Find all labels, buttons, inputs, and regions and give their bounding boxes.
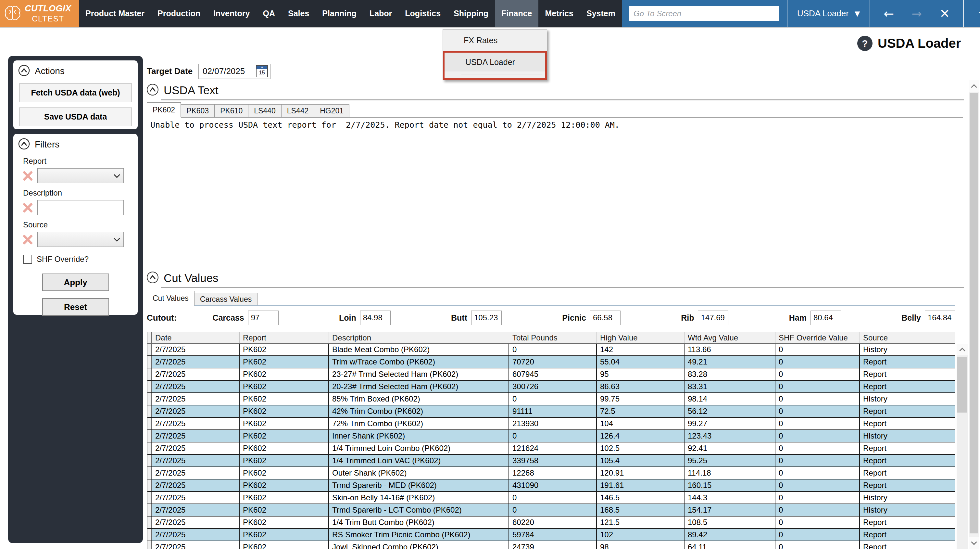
grid-row-selector[interactable] xyxy=(148,455,152,466)
close-button[interactable]: ✕ xyxy=(931,6,959,21)
grid-row-selector[interactable] xyxy=(148,479,152,491)
nav-item-sales[interactable]: Sales xyxy=(282,0,316,27)
grid-vertical-scrollbar[interactable] xyxy=(957,344,968,549)
cutout-field-input-belly[interactable]: 164.84 xyxy=(925,311,955,325)
calendar-icon[interactable]: 15 xyxy=(256,65,268,77)
collapse-filters-icon[interactable] xyxy=(18,138,30,152)
table-row[interactable]: 2/7/2025PK60223-27# Trmd Selected Ham (P… xyxy=(148,369,955,381)
filter-select-source[interactable] xyxy=(37,232,124,247)
collapse-cut-values-icon[interactable] xyxy=(146,271,159,285)
grid-column-header-total-pounds[interactable]: Total Pounds xyxy=(509,332,597,343)
apply-button[interactable]: Apply xyxy=(42,273,109,291)
grid-row-selector[interactable] xyxy=(148,492,152,504)
table-row[interactable]: 2/7/2025PK602Blade Meat Combo (PK602)014… xyxy=(148,344,955,356)
forward-button[interactable]: → xyxy=(903,6,931,21)
page-scrollbar-thumb[interactable] xyxy=(970,93,978,533)
grid-column-header-high-value[interactable]: High Value xyxy=(597,332,684,343)
collapse-actions-icon[interactable] xyxy=(18,64,30,78)
menu-item-usda-loader[interactable]: USDA Loader xyxy=(445,53,545,72)
grid-row-selector[interactable] xyxy=(148,393,152,405)
grid-row-selector[interactable] xyxy=(148,541,152,549)
page-vertical-scrollbar[interactable] xyxy=(969,80,979,549)
grid-row-selector[interactable] xyxy=(148,504,152,516)
cutout-field-input-carcass[interactable]: 97 xyxy=(248,311,278,325)
table-row[interactable]: 2/7/2025PK60242% Trim Combo (PK602)91111… xyxy=(148,405,955,418)
table-row[interactable]: 2/7/2025PK6021/4 Trimmed Loin VAC (PK602… xyxy=(148,455,955,467)
nav-item-finance[interactable]: Finance xyxy=(495,0,538,27)
grid-column-header-date[interactable]: Date xyxy=(152,332,240,343)
clear-filter-icon[interactable] xyxy=(21,169,35,183)
grid-row-selector[interactable] xyxy=(148,529,152,541)
usda-tab-ls442[interactable]: LS442 xyxy=(281,104,315,118)
back-button[interactable]: ← xyxy=(875,6,903,21)
save-usda-data-button[interactable]: Save USDA data xyxy=(19,107,132,126)
nav-item-inventory[interactable]: Inventory xyxy=(207,0,256,27)
cutout-field-input-ham[interactable]: 80.64 xyxy=(810,311,841,325)
clear-filter-icon[interactable] xyxy=(21,200,35,215)
usda-tab-pk610[interactable]: PK610 xyxy=(214,104,248,118)
grid-column-header-report[interactable]: Report xyxy=(240,332,329,343)
page-scroll-down-button[interactable] xyxy=(969,537,979,549)
nav-item-product-master[interactable]: Product Master xyxy=(79,0,151,27)
cutout-field-input-butt[interactable]: 105.23 xyxy=(471,311,502,325)
usda-tab-pk603[interactable]: PK603 xyxy=(181,104,215,118)
cut-values-tab-carcass-values[interactable]: Carcass Values xyxy=(194,293,258,306)
collapse-usda-text-icon[interactable] xyxy=(146,83,159,97)
nav-item-production[interactable]: Production xyxy=(151,0,207,27)
grid-row-selector[interactable] xyxy=(148,381,152,393)
filter-select-report[interactable] xyxy=(37,168,124,183)
grid-row-selector[interactable] xyxy=(148,356,152,368)
grid-column-header-shf-override-value[interactable]: SHF Override Value xyxy=(775,332,860,343)
table-row[interactable]: 2/7/2025PK602Jowl, Skinned Combo (PK602)… xyxy=(148,541,955,549)
table-row[interactable]: 2/7/2025PK602Trmd Sparerib - LGT Combo (… xyxy=(148,504,955,517)
fetch-usda-data-button[interactable]: Fetch USDA data (web) xyxy=(19,83,132,102)
table-row[interactable]: 2/7/2025PK60272% Trim Combo (PK602)21393… xyxy=(148,418,955,430)
grid-row-selector[interactable] xyxy=(148,442,152,454)
table-row[interactable]: 2/7/2025PK6021/4 Trim Butt Combo (PK602)… xyxy=(148,517,955,529)
screen-selector-dropdown[interactable]: USDA Loader ▼ xyxy=(788,0,870,27)
usda-tab-hg201[interactable]: HG201 xyxy=(314,104,349,118)
table-row[interactable]: 2/7/2025PK602Outer Shank (PK602)12268120… xyxy=(148,467,955,479)
cutout-field-input-rib[interactable]: 147.69 xyxy=(698,311,729,325)
reset-button[interactable]: Reset xyxy=(42,298,109,316)
page-scroll-up-button[interactable] xyxy=(969,80,979,92)
grid-row-selector[interactable] xyxy=(148,405,152,417)
grid-scroll-up-button[interactable] xyxy=(957,344,968,355)
grid-row-selector[interactable] xyxy=(148,430,152,442)
target-date-input[interactable]: 02/07/2025 15 xyxy=(199,64,270,79)
cutout-field-input-loin[interactable]: 84.98 xyxy=(360,311,391,325)
grid-row-selector[interactable] xyxy=(148,344,152,355)
nav-item-logistics[interactable]: Logistics xyxy=(398,0,447,27)
table-row[interactable]: 2/7/2025PK602Inner Shank (PK602)0126.412… xyxy=(148,430,955,442)
table-row[interactable]: 2/7/2025PK60220-23# Trmd Selected Ham (P… xyxy=(148,381,955,393)
usda-text-panel[interactable]: Unable to process USDA text report for 2… xyxy=(147,117,963,258)
cutout-field-input-picnic[interactable]: 66.58 xyxy=(590,311,620,325)
table-row[interactable]: 2/7/2025PK602RS Smoker Trim Picnic Combo… xyxy=(148,529,955,541)
nav-item-system[interactable]: System xyxy=(580,0,622,27)
table-row[interactable]: 2/7/2025PK602Trim w/Trace Combo (PK602)7… xyxy=(148,356,955,369)
nav-item-metrics[interactable]: Metrics xyxy=(538,0,580,27)
usda-tab-ls440[interactable]: LS440 xyxy=(248,104,282,118)
usda-tab-pk602[interactable]: PK602 xyxy=(147,102,181,118)
nav-item-shipping[interactable]: Shipping xyxy=(447,0,495,27)
grid-row-selector[interactable] xyxy=(148,418,152,429)
nav-item-labor[interactable]: Labor xyxy=(363,0,398,27)
table-row[interactable]: 2/7/2025PK602Skin-on Belly 14-16# (PK602… xyxy=(148,492,955,504)
menu-item-fx-rates[interactable]: FX Rates xyxy=(443,30,547,51)
table-row[interactable]: 2/7/2025PK6021/4 Trimmed Loin Combo (PK6… xyxy=(148,442,955,455)
grid-column-header-source[interactable]: Source xyxy=(860,332,955,343)
goto-screen-input[interactable] xyxy=(629,6,779,21)
grid-column-header-description[interactable]: Description xyxy=(329,332,509,343)
cut-values-tab-cut-values[interactable]: Cut Values xyxy=(147,291,194,306)
nav-item-qa[interactable]: QA xyxy=(256,0,282,27)
table-row[interactable]: 2/7/2025PK602Trmd Sparerib - MED (PK602)… xyxy=(148,479,955,492)
nav-item-planning[interactable]: Planning xyxy=(316,0,363,27)
grid-row-selector[interactable] xyxy=(148,369,152,380)
table-row[interactable]: 2/7/2025PK60285% Trim Boxed (PK602)099.7… xyxy=(148,393,955,405)
grid-scrollbar-thumb[interactable] xyxy=(957,357,967,413)
filter-input-description[interactable] xyxy=(37,200,124,215)
grid-row-selector[interactable] xyxy=(148,517,152,528)
help-icon[interactable]: ? xyxy=(857,36,872,51)
favorite-star-button[interactable]: ☆ xyxy=(964,0,980,27)
grid-row-selector[interactable] xyxy=(148,467,152,479)
